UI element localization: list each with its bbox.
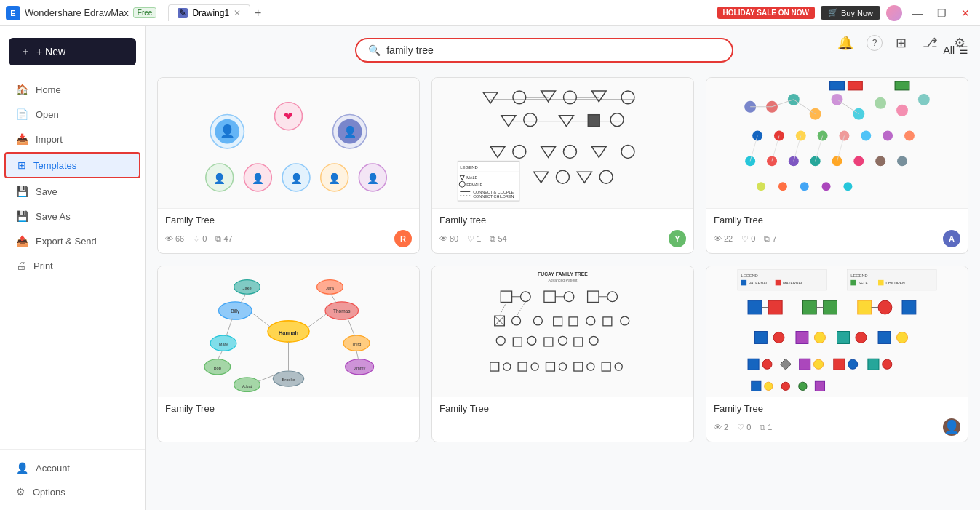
grid-view-icon[interactable]: ⊞ (893, 32, 909, 54)
sidebar-account-label: Account (36, 463, 70, 474)
search-input[interactable] (386, 44, 720, 56)
template-card-2[interactable]: LEGEND MALE FEMALE CONNECT & COUPLE CONN… (431, 77, 694, 254)
svg-rect-174 (776, 280, 781, 286)
svg-point-208 (883, 359, 892, 369)
svg-point-82 (789, 156, 799, 166)
svg-text:👤: 👤 (343, 125, 357, 138)
maximize-button[interactable]: ❐ (933, 6, 951, 20)
svg-point-148 (621, 316, 629, 325)
author-avatar-1: R (394, 230, 412, 247)
svg-rect-178 (850, 280, 856, 286)
sidebar-item-templates[interactable]: ⊞ Templates (4, 152, 140, 178)
svg-rect-180 (878, 280, 884, 286)
home-icon: 🏠 (16, 84, 28, 95)
svg-line-69 (794, 100, 816, 114)
close-button[interactable]: ✕ (957, 6, 974, 20)
svg-point-20 (513, 91, 526, 104)
svg-point-155 (559, 336, 567, 345)
views-stat-2: 👁 80 (439, 234, 458, 243)
template-card-3[interactable]: Family Tree 👁 22 ♡ 0 ⧉ 7 A (706, 77, 968, 254)
svg-marker-41 (534, 172, 549, 183)
sidebar-item-open[interactable]: 📄 Open (4, 103, 140, 126)
sidebar-item-save-as[interactable]: 💾 Save As (4, 204, 140, 228)
sidebar-item-options[interactable]: ⚙ Options (4, 480, 140, 503)
new-button[interactable]: ＋ + New (9, 38, 136, 65)
svg-marker-35 (541, 146, 556, 157)
print-icon: 🖨 (16, 260, 26, 271)
search-box[interactable]: 🔍 (355, 38, 733, 63)
svg-text:FEMALE: FEMALE (466, 183, 482, 187)
svg-point-167 (615, 363, 622, 370)
template-preview-3 (706, 78, 968, 209)
sidebar-item-import[interactable]: 📥 Import (4, 127, 140, 151)
svg-point-88 (757, 182, 765, 191)
svg-rect-156 (574, 338, 583, 346)
svg-line-111 (308, 314, 327, 327)
template-info-2: Family tree 👁 80 ♡ 1 ⧉ 54 Y (432, 209, 693, 253)
buy-now-button[interactable]: 🛒 Buy Now (821, 6, 880, 20)
template-stats-1: 👁 66 ♡ 0 ⧉ 47 (165, 234, 233, 244)
svg-marker-25 (591, 91, 606, 102)
import-icon: 📥 (16, 133, 28, 145)
svg-point-165 (587, 363, 594, 370)
svg-text:Bob: Bob (214, 366, 221, 370)
svg-text:FUCAY FAMILY TREE: FUCAY FAMILY TREE (538, 271, 588, 276)
svg-point-133 (521, 292, 531, 302)
share-icon[interactable]: ⎇ (920, 32, 941, 54)
sidebar-item-print[interactable]: 🖨 Print (4, 254, 140, 277)
svg-point-63 (832, 94, 843, 105)
svg-point-23 (563, 91, 576, 104)
svg-point-32 (610, 113, 624, 127)
sidebar-export-label: Export & Send (36, 236, 97, 247)
notification-icon[interactable]: 🔔 (834, 32, 856, 54)
svg-point-87 (897, 156, 907, 166)
tab-drawing1[interactable]: ✎ Drawing1 ✕ (168, 4, 250, 21)
svg-rect-132 (501, 291, 511, 302)
svg-point-139 (607, 292, 618, 302)
svg-point-163 (559, 363, 566, 370)
tab-icon: ✎ (178, 8, 188, 18)
svg-text:Hannah: Hannah (279, 330, 298, 336)
holiday-sale-button[interactable]: HOLIDAY SALE ON NOW (717, 7, 815, 19)
template-card-5[interactable]: FUCAY FAMILY TREE Advanced Patient (431, 266, 694, 442)
template-name-2: Family tree (439, 215, 686, 226)
template-card-6[interactable]: LEGEND PATERNAL MATERNAL LEGEND SELF CHI… (706, 266, 968, 442)
svg-point-66 (896, 105, 908, 116)
user-avatar[interactable] (886, 5, 902, 21)
likes-stat-6: ♡ 0 (737, 423, 751, 432)
tab-label: Drawing1 (192, 8, 229, 18)
app-icon: E (6, 6, 20, 20)
template-card-4[interactable]: Hannah Billy Mary Bob Thomas (157, 266, 420, 442)
tab-close[interactable]: ✕ (234, 8, 241, 18)
sidebar-item-account[interactable]: 👤 Account (4, 456, 140, 479)
sidebar-item-save[interactable]: 💾 Save (4, 180, 140, 203)
svg-text:❤: ❤ (284, 111, 293, 122)
svg-line-94 (772, 136, 779, 162)
help-icon[interactable]: ? (867, 35, 883, 51)
svg-rect-170 (738, 270, 826, 290)
app-brand: E Wondershare EdrawMax Free (6, 6, 156, 20)
svg-text:Mary: Mary (219, 342, 228, 346)
svg-rect-160 (518, 362, 527, 371)
svg-rect-138 (588, 291, 599, 302)
svg-line-97 (837, 136, 845, 162)
sidebar-options-label: Options (33, 487, 65, 498)
template-info-6: Family Tree 👁 2 ♡ 0 ⧉ 1 👤 (706, 397, 968, 442)
sidebar-item-home[interactable]: 🏠 Home (4, 78, 140, 101)
add-tab-button[interactable]: + (255, 7, 261, 20)
sidebar-item-export[interactable]: 📤 Export & Send (4, 229, 140, 252)
svg-rect-56 (830, 81, 845, 90)
svg-line-149 (500, 302, 506, 316)
svg-text:Jimmy: Jimmy (354, 366, 366, 370)
author-avatar-6: 👤 (943, 418, 960, 436)
gear-icon[interactable]: ⚙ (951, 32, 968, 54)
titlebar: E Wondershare EdrawMax Free ✎ Drawing1 ✕… (0, 0, 980, 26)
svg-point-187 (878, 300, 892, 314)
svg-line-117 (356, 351, 358, 359)
template-stats-3: 👁 22 ♡ 0 ⧉ 7 (714, 234, 777, 244)
template-preview-5: FUCAY FAMILY TREE Advanced Patient (432, 266, 693, 397)
template-card-1[interactable]: 👤 ❤ 👤 👤 👤 👤 👤 (157, 77, 420, 254)
minimize-button[interactable]: — (908, 6, 927, 20)
views-stat-6: 👁 2 (714, 423, 728, 431)
svg-point-161 (531, 363, 538, 370)
